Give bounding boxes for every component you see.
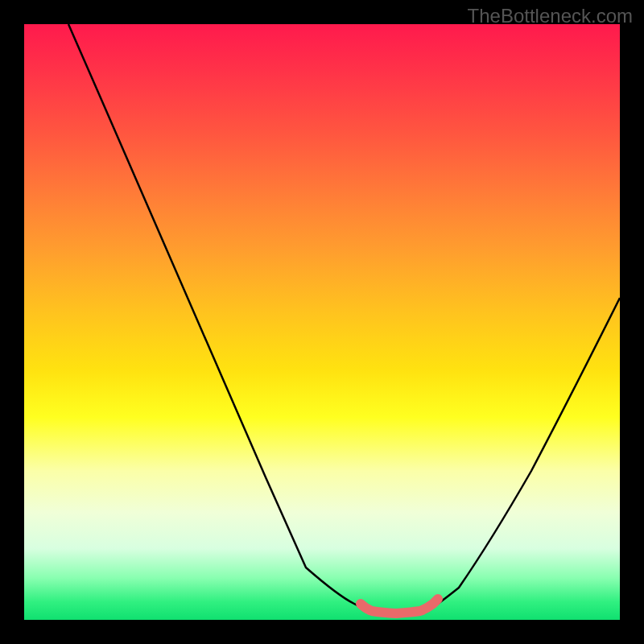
watermark-text: TheBottleneck.com — [468, 5, 633, 27]
chart-plot-area — [24, 24, 620, 620]
bottleneck-curve-path — [68, 24, 620, 613]
trough-highlight-path — [361, 599, 438, 613]
curve-svg — [24, 24, 620, 620]
